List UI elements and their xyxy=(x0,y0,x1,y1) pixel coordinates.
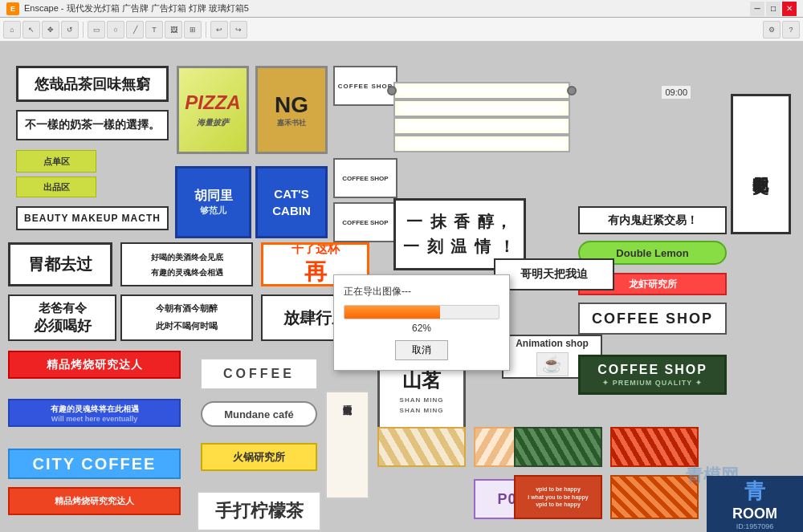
sign-coffeeshop-small-top-text: COFFEE SHOP xyxy=(338,83,393,90)
sign-hotpot: 火锅研究所 xyxy=(201,443,317,471)
arrow-pattern-1 xyxy=(379,428,464,465)
sign-dad-line2: 必须喝好 xyxy=(34,316,92,335)
sign-drink-line2: 再 xyxy=(304,257,327,286)
logo-big-text: 青 xyxy=(744,477,765,506)
deco-green-pattern xyxy=(516,428,601,465)
sign-calligraphy-line2: 一 刻 温 情 ！ xyxy=(403,236,516,258)
sign-lobster-text: 龙虾研究所 xyxy=(629,278,677,291)
sign-milk-tea-text: 不一樣的奶茶一樣的選擇。 xyxy=(25,118,160,132)
sign-wuyou-tea-text: 悠哉品茶回味無窮 xyxy=(35,75,150,94)
neon-bars-group xyxy=(393,82,570,152)
sign-coffeeshop-big-text: COFFEE SHOP xyxy=(592,311,713,327)
sign-hotpot-text: 火锅研究所 xyxy=(233,450,285,465)
sign-coffeeshop-mid2-text: COFFEE SHOP xyxy=(342,219,388,226)
logo-id-text: ID:1957096 xyxy=(736,522,774,530)
neon-connector-2 xyxy=(567,86,577,95)
sign-ng: NG 嘉禾书社 xyxy=(255,66,328,154)
neon-connector-1 xyxy=(387,86,397,95)
sign-mundane-text: Mundane café xyxy=(224,408,294,420)
sign-beauty: BEAUTY MAKEUP MACTH xyxy=(16,206,169,230)
shanming-main-text: 山茗 xyxy=(402,368,441,393)
neon-bar-3 xyxy=(393,117,570,135)
sign-lemon-tea: 手打柠檬茶 xyxy=(197,491,321,531)
sign-soul-line1: 有趣的灵魂终将在此相遇 xyxy=(51,404,139,415)
sign-coffeeshop-mid: COFFEE SHOP xyxy=(333,158,397,198)
window-controls: ─ □ ✕ xyxy=(750,2,797,16)
dialog-title: 正在导出图像--- xyxy=(344,285,499,298)
sign-arrow-1 xyxy=(377,427,466,467)
toolbar-box-icon[interactable]: ▭ xyxy=(88,21,105,39)
toolbar-text-icon[interactable]: T xyxy=(145,21,163,39)
app-icon: E xyxy=(6,2,19,15)
sign-deco-orange xyxy=(610,427,699,467)
sign-coffeeshop-small-top: COFFEE SHOP xyxy=(333,66,397,106)
sign-tomorrow-text: 哥明天把我迫 xyxy=(520,267,588,282)
toolbar-group-icon[interactable]: ⊞ xyxy=(184,21,202,39)
clock: 09:00 xyxy=(662,86,691,99)
toolbar-cursor-icon[interactable]: ↖ xyxy=(22,21,40,39)
sign-make-friends: 交個朋友吧 xyxy=(731,94,791,234)
sign-wuyou-tea: 悠哉品茶回味無窮 xyxy=(16,66,169,102)
sign-order-area: 点单区 xyxy=(16,150,96,173)
cancel-button[interactable]: 取消 xyxy=(395,340,448,360)
sign-calligraphy-line1: 一 抹 香 醇， xyxy=(406,211,513,233)
toolbar-image-icon[interactable]: 🖼 xyxy=(165,21,182,39)
sign-exit-text: 出品区 xyxy=(43,181,70,193)
deco-green2-text: vpid to be happyI what you to be happyvp… xyxy=(526,484,589,510)
titlebar: E Enscape - 现代发光灯箱 广告牌 广告灯箱 灯牌 玻璃灯箱5 ─ □… xyxy=(0,0,803,18)
sign-beauty-text: BEAUTY MAKEUP MACTH xyxy=(24,213,161,224)
sign-pizza-sub: 海量披萨 xyxy=(197,117,229,128)
toolbar-rotate-icon[interactable]: ↺ xyxy=(61,21,79,39)
sign-pizza-main: PIZZA xyxy=(185,91,240,114)
minimize-button[interactable]: ─ xyxy=(750,2,764,16)
sign-pizza: PIZZA 海量披萨 xyxy=(177,66,249,154)
animation-thumbnail: ☕ xyxy=(536,352,569,376)
premium-sub: ✦ PREMIUM QUALITY ✦ xyxy=(602,379,702,387)
sign-hoodoo: 胡同里 够范儿 xyxy=(175,166,251,238)
neon-bar-1 xyxy=(393,82,570,99)
sign-deco-green2: vpid to be happyI what you to be happyvp… xyxy=(514,475,602,519)
sign-today-drink-line2: 此时不喝何时喝 xyxy=(156,319,218,334)
main-canvas: 悠哉品茶回味無窮 不一樣的奶茶一樣的選擇。 点单区 出品区 BEAUTY MAK… xyxy=(0,42,803,532)
toolbar-circle-icon[interactable]: ○ xyxy=(107,21,124,39)
sign-exit-area: 出品区 xyxy=(16,177,96,197)
sign-ghost-text: 有内鬼赶紧交易！ xyxy=(608,213,698,228)
neon-bar-2 xyxy=(393,99,570,117)
sign-deco-green xyxy=(514,427,602,467)
maximize-button[interactable]: □ xyxy=(766,2,781,16)
sign-coffeeshop-mid2: COFFEE SHOP xyxy=(333,202,397,242)
sign-barbecue-1-text: 精品烤烧研究达人 xyxy=(47,358,143,372)
sign-good-food-line2: 有趣的灵魂终会相遇 xyxy=(151,266,223,278)
toolbar-redo-icon[interactable]: ↪ xyxy=(230,21,247,39)
sign-today-drink: 今朝有酒今朝醉 此时不喝何时喝 xyxy=(120,294,253,341)
toolbar-undo-icon[interactable]: ↩ xyxy=(210,21,228,39)
toolbar: ⌂ ↖ ✥ ↺ ▭ ○ ╱ T 🖼 ⊞ ↩ ↪ ⚙ ? xyxy=(0,18,803,42)
toolbar-move-icon[interactable]: ✥ xyxy=(42,21,59,39)
sign-coffee-text: COFFEE xyxy=(201,359,317,389)
progress-bar-fill xyxy=(344,306,440,319)
neon-bar-4 xyxy=(393,135,570,152)
sign-soul: 有趣的灵魂终将在此相遇 Will meet here eventually xyxy=(8,399,181,427)
toolbar-help-icon[interactable]: ? xyxy=(782,21,800,39)
sign-ng-sub: 嘉禾书社 xyxy=(277,118,306,128)
toolbar-home-icon[interactable]: ⌂ xyxy=(3,21,21,39)
sign-ng-main: NG xyxy=(275,92,308,118)
sign-stomach-text: 胃都去过 xyxy=(28,254,92,275)
toolbar-settings-icon[interactable]: ⚙ xyxy=(763,21,781,39)
sign-lemon-tea-text: 手打柠檬茶 xyxy=(215,499,304,523)
sign-coffeeshop-mid-text: COFFEE SHOP xyxy=(342,175,388,182)
toolbar-separator-1 xyxy=(83,22,84,38)
shanming-pinyin-1: SHAN MING xyxy=(400,396,444,404)
deco-orange2-pattern xyxy=(612,477,697,518)
sign-hoodoo-sub: 够范儿 xyxy=(200,205,226,217)
sign-barbecue-2-text: 精品烤烧研究究达人 xyxy=(55,495,134,507)
sign-animation-text: Animation shop xyxy=(516,338,589,349)
close-button[interactable]: ✕ xyxy=(782,2,797,16)
sign-good-food: 好喝的美酒终会见底 有趣的灵魂终会相遇 xyxy=(120,242,253,286)
sign-cats-cabin: CAT'SCABIN xyxy=(255,166,328,238)
sign-soul-sub: Will meet here eventually xyxy=(51,415,137,423)
sign-coffeeshop-premium: COFFEE SHOP ✦ PREMIUM QUALITY ✦ xyxy=(578,355,727,395)
toolbar-line-icon[interactable]: ╱ xyxy=(126,21,144,39)
toolbar-separator-2 xyxy=(206,22,206,38)
sign-coffeeshop-big: COFFEE SHOP xyxy=(578,303,727,335)
